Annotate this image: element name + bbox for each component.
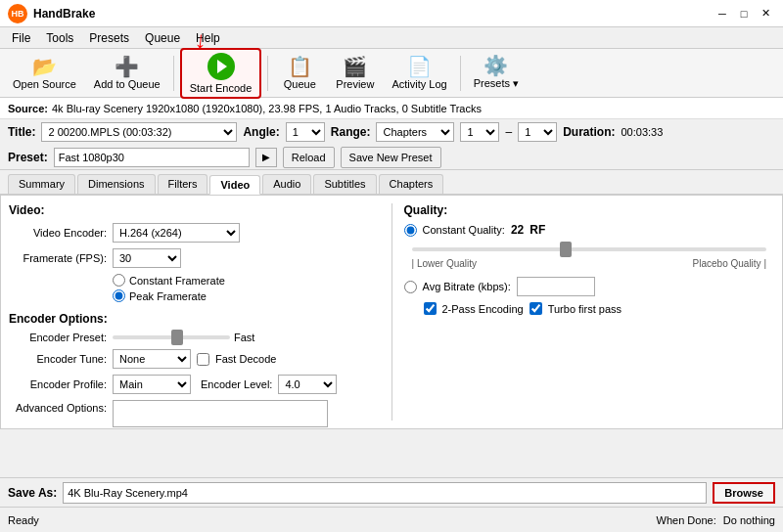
tab-video[interactable]: Video xyxy=(209,175,260,195)
menu-bar: File Tools Presets Queue Help xyxy=(0,27,783,49)
encoder-row: Video Encoder: H.264 (x264) xyxy=(9,223,380,243)
two-pass-checkbox[interactable] xyxy=(424,302,437,315)
queue-button[interactable]: 📋 Queue xyxy=(274,53,325,94)
close-button[interactable]: ✕ xyxy=(756,4,775,23)
angle-select[interactable]: 1 xyxy=(286,122,325,142)
encoder-profile-label: Encoder Profile: xyxy=(9,378,107,390)
preview-label: Preview xyxy=(336,78,374,90)
tab-subtitles[interactable]: Subtitles xyxy=(313,174,376,194)
video-panel: Video: Video Encoder: H.264 (x264) Frame… xyxy=(9,203,380,421)
menu-queue[interactable]: Queue xyxy=(137,29,188,46)
advanced-input[interactable] xyxy=(113,400,328,427)
quality-panel: Quality: Constant Quality: 22 RF | Lower… xyxy=(404,203,775,421)
encoder-select[interactable]: H.264 (x264) xyxy=(113,223,240,243)
fast-decode-label: Fast Decode xyxy=(215,353,276,365)
chapter-separator: – xyxy=(505,125,512,139)
encoder-tune-select[interactable]: None xyxy=(113,349,191,369)
title-select[interactable]: 2 00200.MPLS (00:03:32) xyxy=(41,122,237,142)
encoder-preset-slider[interactable] xyxy=(113,335,230,339)
start-encode-button[interactable]: Start Encode xyxy=(180,48,262,99)
save-as-label: Save As: xyxy=(8,486,57,500)
panel-divider xyxy=(392,203,392,421)
encoder-preset-label: Encoder Preset: xyxy=(9,332,107,343)
toolbar-separator-1 xyxy=(173,56,174,91)
queue-icon: 📋 xyxy=(288,57,312,76)
avg-bitrate-radio[interactable] xyxy=(404,281,417,293)
status-bar: Ready When Done: Do nothing xyxy=(0,507,783,532)
tab-chapters[interactable]: Chapters xyxy=(379,174,444,194)
encoder-level-select[interactable]: 4.0 xyxy=(278,375,337,394)
quality-slider-container xyxy=(404,241,775,254)
browse-button[interactable]: Browse xyxy=(713,482,775,504)
quality-labels: | Lower Quality Placebo Quality | xyxy=(404,258,775,269)
fast-decode-checkbox[interactable] xyxy=(197,353,209,366)
encoder-profile-select[interactable]: Main xyxy=(113,375,191,394)
presets-label: Presets ▾ xyxy=(474,77,519,90)
add-to-queue-button[interactable]: ➕ Add to Queue xyxy=(87,53,167,94)
duration-label: Duration: xyxy=(563,125,615,139)
tab-dimensions[interactable]: Dimensions xyxy=(77,174,155,194)
lower-quality-label: | Lower Quality xyxy=(412,258,478,269)
peak-framerate-radio[interactable] xyxy=(113,289,125,302)
rf-unit: RF xyxy=(530,223,545,237)
video-section-title: Video: xyxy=(9,203,380,217)
open-source-icon: 📂 xyxy=(32,57,57,76)
toolbar: 📂 Open Source ➕ Add to Queue Start Encod… xyxy=(0,49,783,98)
chapter-end-select[interactable]: 1 xyxy=(518,122,557,142)
framerate-row: Framerate (FPS): 30 xyxy=(9,248,380,268)
title-bar: HB HandBrake ─ □ ✕ xyxy=(0,0,783,27)
constant-quality-label: Constant Quality: xyxy=(423,224,505,236)
activity-log-icon: 📄 xyxy=(407,57,432,76)
menu-tools[interactable]: Tools xyxy=(38,29,81,46)
open-source-button[interactable]: 📂 Open Source xyxy=(6,53,83,94)
placebo-quality-label: Placebo Quality | xyxy=(693,258,766,269)
app-title: HandBrake xyxy=(33,7,95,21)
framerate-label: Framerate (FPS): xyxy=(9,252,107,264)
constant-quality-row: Constant Quality: 22 RF xyxy=(404,223,775,237)
two-pass-row: 2-Pass Encoding Turbo first pass xyxy=(424,302,775,315)
duration-value: 00:03:33 xyxy=(621,126,663,138)
preview-icon: 🎬 xyxy=(343,57,367,76)
quality-slider[interactable] xyxy=(412,247,767,251)
encoder-tune-row: Encoder Tune: None Fast Decode xyxy=(9,349,380,369)
chapter-start-select[interactable]: 1 xyxy=(460,122,499,142)
minimize-button[interactable]: ─ xyxy=(713,4,732,23)
open-source-label: Open Source xyxy=(13,78,76,90)
quality-title: Quality: xyxy=(404,203,775,217)
save-preset-button[interactable]: Save New Preset xyxy=(341,147,441,168)
range-select[interactable]: Chapters xyxy=(376,122,454,142)
constant-quality-radio[interactable] xyxy=(404,224,417,237)
play-icon xyxy=(207,53,235,80)
avg-bitrate-input[interactable] xyxy=(517,277,595,296)
encoder-level-label: Encoder Level: xyxy=(201,378,272,390)
menu-help[interactable]: Help xyxy=(188,29,228,46)
start-encode-label: Start Encode xyxy=(190,82,253,94)
save-as-input[interactable] xyxy=(63,482,707,504)
menu-file[interactable]: File xyxy=(4,29,38,46)
preset-field[interactable] xyxy=(54,148,250,167)
constant-framerate-row: Constant Framerate xyxy=(113,274,380,287)
presets-button[interactable]: ⚙️ Presets ▾ xyxy=(467,52,526,94)
constant-framerate-radio[interactable] xyxy=(113,274,125,287)
menu-presets[interactable]: Presets xyxy=(81,29,137,46)
toolbar-separator-3 xyxy=(460,56,461,91)
reload-button[interactable]: Reload xyxy=(283,147,335,168)
maximize-button[interactable]: □ xyxy=(734,4,754,23)
activity-log-button[interactable]: 📄 Activity Log xyxy=(385,53,453,94)
range-label: Range: xyxy=(331,125,371,139)
tab-summary[interactable]: Summary xyxy=(8,174,75,194)
preview-button[interactable]: 🎬 Preview xyxy=(329,53,381,94)
avg-bitrate-row: Avg Bitrate (kbps): xyxy=(404,277,775,296)
add-to-queue-label: Add to Queue xyxy=(94,78,161,90)
preset-arrow-button[interactable]: ▶ xyxy=(255,148,277,167)
tab-filters[interactable]: Filters xyxy=(158,174,208,194)
encoder-profile-row: Encoder Profile: Main Encoder Level: 4.0 xyxy=(9,375,380,394)
encoder-label: Video Encoder: xyxy=(9,227,107,239)
when-done-value: Do nothing xyxy=(723,514,775,526)
rf-value: 22 xyxy=(511,223,524,237)
main-content: Video: Video Encoder: H.264 (x264) Frame… xyxy=(0,195,783,429)
turbo-first-checkbox[interactable] xyxy=(530,302,542,315)
framerate-select[interactable]: 30 xyxy=(113,248,181,268)
source-value: 4k Blu-ray Scenery 1920x1080 (1920x1080)… xyxy=(52,103,482,114)
tab-audio[interactable]: Audio xyxy=(262,174,311,194)
